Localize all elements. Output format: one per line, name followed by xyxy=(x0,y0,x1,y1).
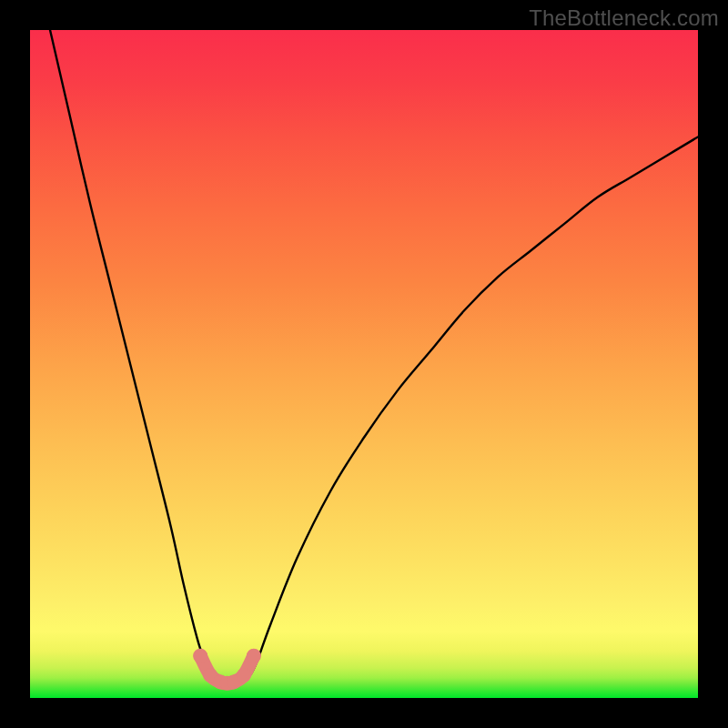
bottleneck-curve-path xyxy=(50,30,698,683)
watermark-text: TheBottleneck.com xyxy=(529,5,719,31)
chart-svg xyxy=(30,30,698,698)
chart-plot-area xyxy=(30,30,698,698)
chart-frame: TheBottleneck.com xyxy=(0,0,728,728)
highlight-dot xyxy=(237,668,251,682)
highlight-dot xyxy=(247,649,261,663)
highlight-dot xyxy=(193,649,207,663)
